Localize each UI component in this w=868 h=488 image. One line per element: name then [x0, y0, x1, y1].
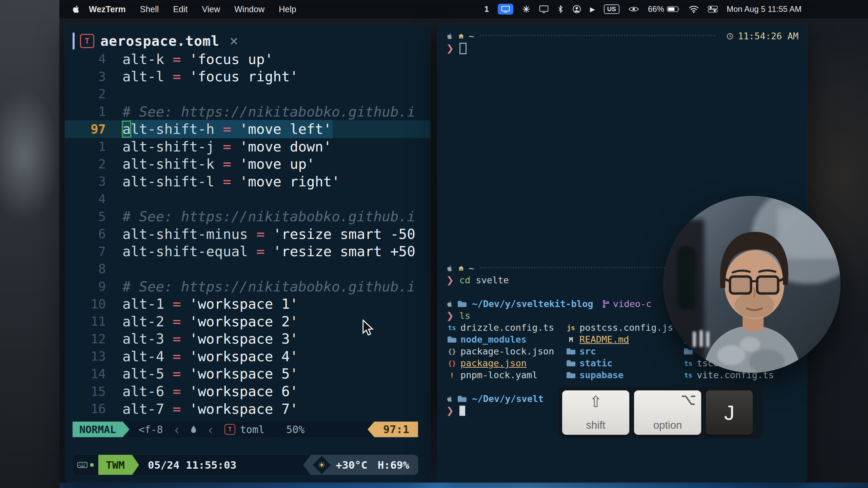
code-token: =: [164, 331, 189, 347]
file-name: package-lock.json: [460, 346, 554, 357]
play-icon[interactable]: [590, 5, 595, 13]
cwd-path: ~: [469, 263, 474, 273]
editor-line: 9# See: https://nikitabobko.github.i: [65, 278, 430, 296]
apple-menu-icon[interactable]: [72, 5, 80, 14]
code-text: alt-2 = 'workspace 2': [122, 313, 298, 330]
code-text: alt-5 = 'workspace 5': [122, 366, 298, 382]
editor-line: 12alt-3 = 'workspace 3': [65, 330, 430, 348]
code-token: alt-3: [122, 331, 164, 347]
file-name: postcss.config.js: [579, 322, 673, 333]
display-icon[interactable]: [539, 5, 549, 13]
chevron-separator-icon: ‹: [173, 421, 181, 438]
prompt-char: ❯: [446, 310, 454, 321]
cwd-path: ~/Dev/y/svelt: [472, 393, 544, 404]
code-token: =: [164, 51, 189, 67]
editor-line: 6alt-shift-minus = 'resize smart -50: [65, 225, 430, 243]
powerline-separator: [132, 455, 139, 475]
powerline-separator: [303, 455, 311, 475]
chevron-separator-icon: ‹: [207, 421, 214, 438]
code-token: # See: https://nikitabobko.github.i: [122, 208, 415, 225]
control-center-icon[interactable]: [708, 5, 718, 13]
file-name: supabase: [579, 370, 624, 380]
cursor-position: 97:1: [374, 422, 418, 437]
wifi-icon[interactable]: [689, 5, 699, 13]
editor-current-line: 97alt-shift-h = 'move left': [65, 120, 430, 138]
editor-cursor: a: [122, 121, 131, 137]
code-token: =: [215, 174, 240, 190]
code-text: alt-6 = 'workspace 6': [122, 383, 298, 400]
line-number: 5: [65, 209, 106, 224]
option-symbol-icon: [681, 395, 696, 407]
editor-buffer[interactable]: 4alt-k = 'focus up' 3alt-l = 'focus righ…: [65, 50, 430, 422]
menu-app-name[interactable]: WezTerm: [82, 4, 133, 14]
droplet-icon: [191, 425, 197, 434]
menu-window[interactable]: Window: [227, 4, 272, 14]
menu-shell[interactable]: Shell: [133, 4, 166, 14]
editor-line: 4alt-k = 'focus up': [65, 50, 430, 68]
file-entry: src: [565, 345, 596, 357]
twm-status-bar: TWM 05/24 11:55:03 ☀ +30°C H:69%: [73, 455, 418, 475]
line-number: 10: [65, 297, 106, 311]
folder-icon: [565, 371, 577, 380]
menu-view[interactable]: View: [195, 4, 228, 14]
code-token: alt-k: [122, 51, 164, 67]
eye-icon[interactable]: [628, 6, 639, 13]
asterisk-icon[interactable]: [522, 5, 530, 13]
command-arg: svelte: [476, 275, 509, 285]
apple-os-icon: [446, 395, 453, 402]
editor-line: 7alt-shift-equal = 'resize smart +50: [65, 243, 430, 261]
javascript-icon: [565, 323, 577, 332]
desktop: WezTerm Shell Edit View Window Help 1: [0, 0, 868, 488]
screen-mirroring-icon[interactable]: [498, 4, 513, 15]
code-token: alt-5: [122, 366, 164, 382]
clock-icon: [726, 33, 734, 40]
code-token: 'workspace 1': [189, 296, 298, 312]
line-number: 3: [65, 174, 106, 189]
file-name: package.json: [460, 358, 527, 368]
workspace-indicator[interactable]: 1: [485, 4, 489, 14]
code-token: alt-shift-l: [122, 174, 215, 190]
code-token: 'focus up': [189, 51, 273, 67]
file-entry: pnpm-lock.yaml: [446, 369, 538, 381]
editor-line: 1alt-shift-j = 'move down': [65, 138, 430, 156]
input-source-badge[interactable]: US: [604, 4, 619, 14]
git-branch-icon: [602, 300, 610, 308]
line-number: 6: [65, 227, 106, 241]
home-icon: [458, 265, 465, 272]
shift-symbol: ⇧: [562, 392, 629, 411]
battery-indicator[interactable]: 66%: [648, 4, 680, 14]
tab-title[interactable]: aerospace.toml: [100, 33, 219, 49]
file-name: node_modules: [460, 334, 527, 345]
line-number: 15: [65, 384, 106, 399]
powerline-separator: [368, 422, 374, 437]
battery-icon: [667, 6, 680, 13]
key-label: J: [706, 390, 753, 435]
code-token: 'move left': [240, 121, 332, 137]
prompt-header: ~ 11:54:26 AM: [446, 30, 798, 42]
user-icon[interactable]: [572, 5, 581, 14]
bluetooth-icon[interactable]: [557, 5, 564, 14]
git-branch-name: video-c: [613, 299, 652, 309]
file-entry: drizzle.config.ts: [446, 322, 554, 333]
editor-line: 4: [65, 190, 430, 208]
key-label: option: [634, 419, 701, 431]
code-token: alt-shift-equal: [122, 243, 248, 260]
code-token: 'focus right': [189, 68, 298, 85]
pending-keys: <f-8: [138, 424, 163, 435]
code-token: 'move down': [240, 139, 332, 155]
prompt-line: ❯: [446, 42, 798, 54]
wallpaper-horizon-band: [59, 483, 868, 488]
menubar-clock[interactable]: Mon Aug 5 11:55 AM: [727, 4, 802, 14]
file-name: README.md: [579, 334, 629, 345]
code-text: alt-1 = 'workspace 1': [122, 296, 298, 312]
apple-os-icon: [446, 301, 453, 307]
file-name: drizzle.config.ts: [460, 322, 554, 333]
menu-help[interactable]: Help: [272, 4, 303, 14]
code-token: =: [164, 348, 189, 365]
line-number: 13: [65, 349, 106, 364]
code-token: =: [164, 296, 189, 312]
tab-close-button[interactable]: ×: [230, 34, 238, 48]
powerline-separator: [123, 422, 130, 437]
code-token: =: [248, 226, 273, 242]
menu-edit[interactable]: Edit: [166, 4, 195, 14]
